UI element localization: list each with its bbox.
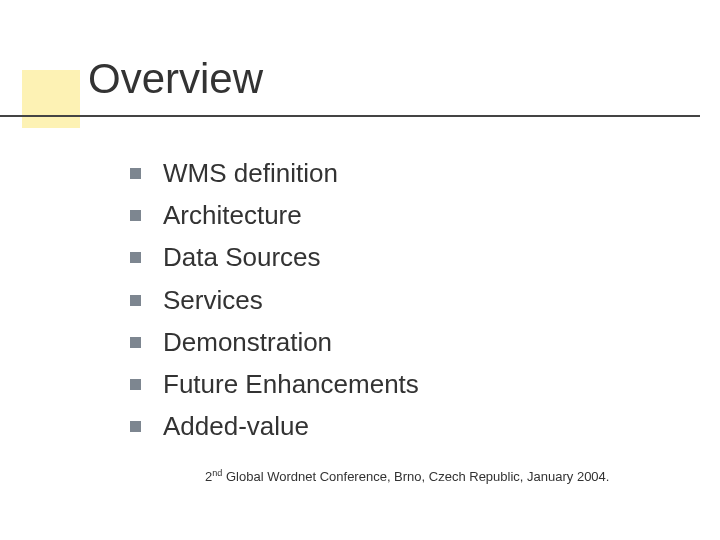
square-bullet-icon xyxy=(130,210,141,221)
list-item: Demonstration xyxy=(130,327,630,358)
bullet-list: WMS definition Architecture Data Sources… xyxy=(130,158,630,453)
list-item-label: Demonstration xyxy=(163,327,332,358)
list-item-label: Architecture xyxy=(163,200,302,231)
list-item: WMS definition xyxy=(130,158,630,189)
list-item-label: WMS definition xyxy=(163,158,338,189)
list-item-label: Services xyxy=(163,285,263,316)
footer-text: 2nd Global Wordnet Conference, Brno, Cze… xyxy=(205,468,609,484)
title-underline xyxy=(0,115,700,117)
footer-rest: Global Wordnet Conference, Brno, Czech R… xyxy=(222,469,609,484)
square-bullet-icon xyxy=(130,421,141,432)
square-bullet-icon xyxy=(130,168,141,179)
accent-square xyxy=(22,70,80,128)
list-item-label: Added-value xyxy=(163,411,309,442)
list-item: Services xyxy=(130,285,630,316)
list-item-label: Future Enhancements xyxy=(163,369,419,400)
list-item: Future Enhancements xyxy=(130,369,630,400)
square-bullet-icon xyxy=(130,379,141,390)
square-bullet-icon xyxy=(130,295,141,306)
footer-ordinal-suffix: nd xyxy=(212,468,222,478)
square-bullet-icon xyxy=(130,252,141,263)
square-bullet-icon xyxy=(130,337,141,348)
list-item-label: Data Sources xyxy=(163,242,321,273)
list-item: Added-value xyxy=(130,411,630,442)
slide: Overview WMS definition Architecture Dat… xyxy=(0,0,720,540)
slide-title: Overview xyxy=(88,55,263,103)
list-item: Architecture xyxy=(130,200,630,231)
list-item: Data Sources xyxy=(130,242,630,273)
